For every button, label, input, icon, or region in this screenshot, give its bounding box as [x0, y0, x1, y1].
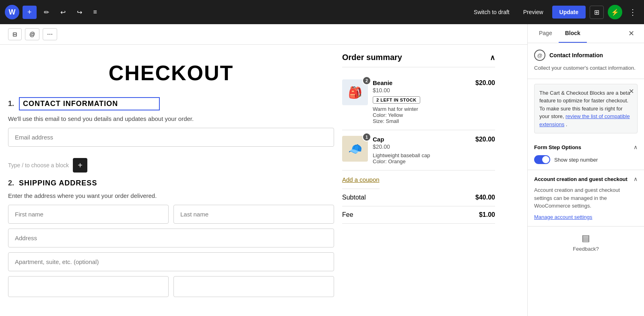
form-step-options: Form Step Options ∧ Show step number [528, 138, 644, 170]
list-view-button[interactable]: ≡ [89, 6, 101, 18]
main-layout: ⊟ @ ⋯ CHECKOUT 1. We'll use this email t… [0, 24, 644, 316]
more-editor-icon: ⋯ [47, 31, 53, 37]
order-item-cap: 🧢 1 Cap $20.00 Lightweight baseball cap … [342, 130, 495, 170]
checkout-form: CHECKOUT 1. We'll use this email to send… [8, 53, 334, 302]
panel-contact-desc: Collect your customer's contact informat… [534, 64, 638, 72]
show-step-number-row: Show step number [534, 155, 638, 164]
beanie-desc2: Color: Yellow [373, 112, 471, 118]
view-toggle-button[interactable]: ⊞ [590, 6, 604, 19]
pencil-button[interactable]: ✏ [40, 6, 53, 19]
undo-button[interactable]: ↩ [56, 6, 70, 19]
panel-contact-section: @ Contact Information Collect your custo… [528, 43, 644, 79]
subtotal-label: Subtotal [342, 194, 366, 201]
wp-logo[interactable]: W [5, 5, 19, 19]
cap-name: Cap [373, 136, 471, 143]
first-name-input[interactable] [8, 205, 169, 224]
beanie-image-wrap: 🎒 2 [342, 79, 368, 105]
subtotal-amount: $40.00 [475, 194, 495, 201]
page-title: CHECKOUT [8, 61, 334, 85]
fee-label: Fee [342, 211, 353, 218]
contact-title-input[interactable] [19, 97, 160, 110]
add-block-area: Type / to choose a block + [8, 155, 334, 176]
beanie-name: Beanie [373, 79, 471, 86]
content-wrapper: CHECKOUT 1. We'll use this email to send… [0, 45, 527, 310]
feedback-icon: ▤ [582, 233, 590, 243]
show-step-number-label: Show step number [554, 157, 598, 163]
show-step-number-toggle[interactable] [534, 155, 550, 164]
contact-section-header: 1. [8, 97, 334, 110]
beanie-price: $10.00 [373, 87, 471, 94]
redo-button[interactable]: ↪ [73, 6, 86, 19]
manage-account-link[interactable]: Manage account settings [534, 214, 592, 220]
order-summary-title: Order summary [342, 53, 402, 62]
cap-details: Cap $20.00 Lightweight baseball cap Colo… [373, 136, 471, 164]
at-button[interactable]: @ [25, 28, 39, 40]
more-editor-button[interactable]: ⋯ [43, 28, 57, 40]
city-row [8, 276, 334, 297]
tab-page[interactable]: Page [533, 24, 559, 43]
account-section-header[interactable]: Account creation and guest checkout ∧ [534, 176, 638, 182]
beanie-details: Beanie $10.00 2 LEFT IN STOCK Warm hat f… [373, 79, 471, 124]
state-input[interactable] [173, 276, 334, 297]
cap-total: $20.00 [475, 136, 495, 143]
add-block-button[interactable]: + [73, 158, 87, 173]
bolt-button[interactable]: ⚡ [608, 5, 622, 19]
panel-contact-title: Contact Information [549, 52, 603, 58]
cap-desc2: Color: Orange [373, 158, 471, 164]
feedback-label[interactable]: Feedback? [573, 246, 599, 252]
contact-icon: @ [534, 50, 545, 61]
beanie-stock-badge: 2 LEFT IN STOCK [373, 96, 420, 104]
form-step-header[interactable]: Form Step Options ∧ [534, 144, 638, 150]
beanie-qty-badge: 2 [362, 76, 371, 85]
order-item-beanie: 🎒 2 Beanie $10.00 2 LEFT IN STOCK Warm h… [342, 74, 495, 130]
account-section-title: Account creation and guest checkout [534, 176, 627, 182]
account-section-chevron: ∧ [634, 176, 638, 182]
name-row [8, 205, 334, 224]
shipping-section-number: 2. [8, 179, 14, 187]
contact-section-number: 1. [8, 100, 14, 108]
toolbar-right: Switch to draft Preview Update ⊞ ⚡ ⋮ [469, 5, 639, 19]
panel-close-button[interactable]: ✕ [623, 24, 639, 43]
apt-input[interactable] [8, 252, 334, 271]
beta-notice-close-button[interactable]: ✕ [629, 87, 634, 95]
account-desc: Account creation and guest checkout sett… [534, 186, 638, 210]
tab-block[interactable]: Block [559, 24, 587, 43]
order-summary: Order summary ∧ 🎒 2 Beanie $10.00 2 LEFT… [342, 53, 495, 302]
add-coupon-button[interactable]: Add a coupon [342, 170, 380, 189]
add-new-button[interactable]: + [23, 6, 37, 19]
panel-tabs: Page Block ✕ [528, 24, 644, 43]
layout-toggle-button[interactable]: ⊟ [8, 28, 22, 40]
main-toolbar: W + ✏ ↩ ↪ ≡ Switch to draft Preview Upda… [0, 0, 644, 24]
account-creation-section: Account creation and guest checkout ∧ Ac… [528, 170, 644, 227]
switch-draft-button[interactable]: Switch to draft [469, 6, 514, 18]
add-block-placeholder: Type / to choose a block [8, 162, 69, 168]
main-content: ⊟ @ ⋯ CHECKOUT 1. We'll use this email t… [0, 24, 527, 316]
address-input[interactable] [8, 229, 334, 247]
form-step-chevron: ∧ [634, 144, 638, 150]
fee-amount: $1.00 [479, 211, 495, 218]
subtotal-row: Subtotal $40.00 [342, 189, 495, 206]
cap-price: $20.00 [373, 143, 471, 150]
shipping-section-title: SHIPPING ADDRESS [19, 179, 97, 187]
form-step-title: Form Step Options [534, 144, 581, 150]
fee-row: Fee $1.00 [342, 206, 495, 224]
right-panel: Page Block ✕ @ Contact Information Colle… [527, 24, 644, 316]
preview-button[interactable]: Preview [518, 6, 548, 18]
update-button[interactable]: Update [552, 6, 586, 19]
beta-notice-text: The Cart & Checkout Blocks are a beta fe… [539, 89, 632, 129]
editor-toolbar: ⊟ @ ⋯ [0, 24, 527, 45]
order-summary-header: Order summary ∧ [342, 53, 495, 67]
cap-desc1: Lightweight baseball cap [373, 152, 471, 158]
beanie-total: $20.00 [475, 79, 495, 87]
cap-image-wrap: 🧢 1 [342, 136, 368, 162]
panel-contact-header: @ Contact Information [534, 50, 638, 61]
city-input[interactable] [8, 276, 169, 297]
beanie-desc1: Warm hat for winter [373, 106, 471, 112]
cap-qty-badge: 1 [362, 133, 371, 141]
more-options-button[interactable]: ⋮ [626, 5, 639, 19]
order-summary-chevron[interactable]: ∧ [490, 53, 495, 62]
contact-desc: We'll use this email to send you details… [8, 115, 334, 122]
at-icon: @ [29, 31, 35, 37]
last-name-input[interactable] [173, 205, 334, 224]
email-input[interactable] [8, 128, 334, 147]
